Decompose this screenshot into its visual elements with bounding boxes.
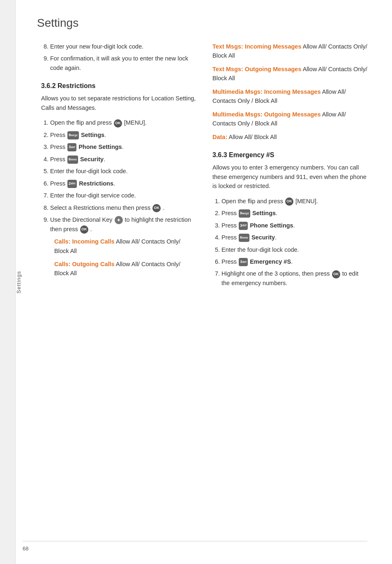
step-item: Enter the four-digit service code. [50,191,196,200]
left-column: Enter your new four-digit lock code. For… [41,42,196,292]
page-number: 68 [23,545,28,552]
key-9-icon: 9wxyz [67,131,79,139]
step-item: Enter the four-digit lock code. [50,167,196,176]
intro-steps-list: Enter your new four-digit lock code. For… [41,42,196,72]
key-2-icon: 2abc [67,180,77,188]
section-362-steps: Open the flip and press OK [MENU]. Press… [41,118,196,278]
key-9b-icon: 9wxyz [239,209,250,218]
key-3b-icon: 3def [239,222,248,230]
step-item: Press 3def Emergency #S. [221,257,367,266]
calls-incoming-item: Calls: Incoming Calls Allow All/ Contact… [54,237,196,255]
key-6-icon: 6mno [67,156,78,164]
step-item: Press 6mno Security. [221,233,367,242]
footer-line [23,541,367,541]
section-363-intro: Allows you to enter 3 emergency numbers.… [212,163,367,190]
key-3c-icon: 3def [239,258,248,266]
section-362-intro: Allows you to set separate restrictions … [41,94,196,112]
step-item: Highlight one of the 3 options, then pre… [221,269,367,288]
step-item: Use the Directional Key ✦ to highlight t… [50,215,196,278]
section-363-heading: 3.6.3 Emergency #S [212,151,367,159]
key-3-icon: 3def [67,143,76,151]
key-6b-icon: 6mno [239,234,249,242]
calls-outgoing-item: Calls: Outgoing Calls Allow All/ Contact… [54,260,196,278]
section-363-steps: Open the flip and press OK [MENU]. Press… [212,197,367,288]
step-item: Open the flip and press OK [MENU]. [50,118,196,127]
step-item: Press 9wxyz Settings. [50,130,196,139]
step-item: Press 6mno Security. [50,155,196,164]
section-362-heading: 3.6.2 Restrictions [41,82,196,90]
step-item: Press 9wxyz Settings. [221,209,367,218]
step-item: Press 3def Phone Settings. [50,142,196,151]
right-column: Text Msgs: Incoming Messages Allow All/ … [212,42,367,292]
ok-icon: OK [114,119,122,128]
data-item: Data: Allow All/ Block All [212,132,367,142]
text-incoming-item: Text Msgs: Incoming Messages Allow All/ … [212,42,367,60]
page-title: Settings [37,16,367,30]
step-item: Press 2abc Restrictions. [50,179,196,188]
ok-icon-4: OK [285,197,293,206]
step-item: Enter your new four-digit lock code. [50,42,196,51]
text-outgoing-item: Text Msgs: Outgoing Messages Allow All/ … [212,65,367,83]
mms-incoming-item: Multimedia Msgs: Incoming Messages Allow… [212,87,367,106]
ok-icon-5: OK [332,270,340,279]
ok-icon-3: OK [80,225,88,234]
mms-outgoing-item: Multimedia Msgs: Outgoing Messages Allow… [212,110,367,128]
step-item: Select a Restrictions menu then press OK… [50,203,196,212]
ok-icon-2: OK [152,204,161,212]
sub-items-list: Calls: Incoming Calls Allow All/ Contact… [54,237,196,278]
right-sub-items: Text Msgs: Incoming Messages Allow All/ … [212,42,367,142]
step-item: Open the flip and press OK [MENU]. [221,197,367,206]
step-item: For confirmation, it will ask you to ent… [50,54,196,72]
nav-icon: ✦ [115,216,123,224]
step-item: Press 3def Phone Settings. [221,221,367,230]
step-item: Enter the four-digit lock code. [221,245,367,254]
